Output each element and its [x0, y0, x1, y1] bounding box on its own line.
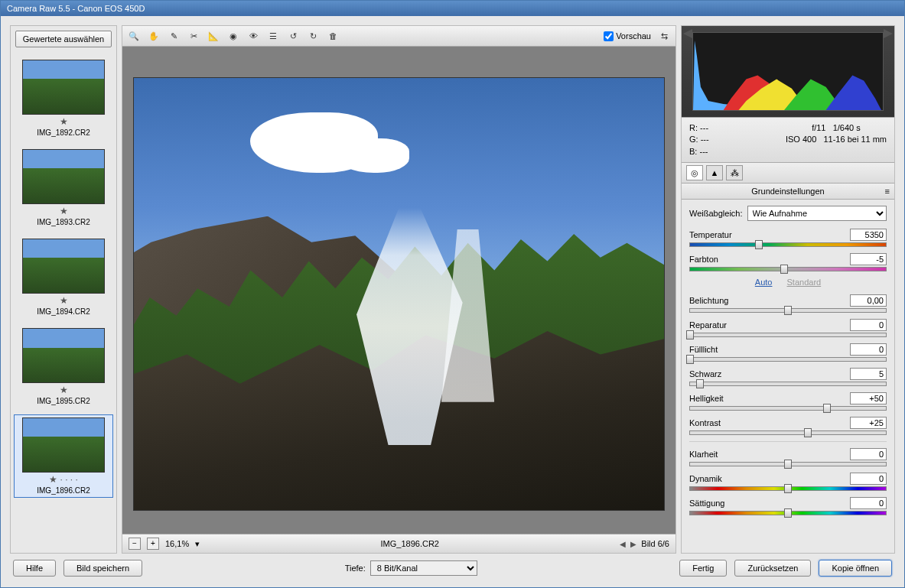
slider-value-input[interactable] [850, 392, 887, 404]
window-title: Camera Raw 5.5 - Canon EOS 450D [7, 4, 145, 13]
preview-checkbox[interactable]: Vorschau [604, 31, 651, 41]
slider-track[interactable] [689, 462, 887, 466]
white-balance-row: Weißabgleich: Wie Aufnahme [689, 206, 887, 221]
thumb-filename: IMG_1892.CR2 [17, 128, 110, 137]
fullscreen-icon[interactable]: ⇆ [657, 29, 671, 43]
histogram[interactable] [682, 26, 894, 118]
slider-track[interactable] [689, 486, 887, 491]
thumb-item[interactable]: ★IMG_1893.CR2 [14, 146, 113, 229]
white-balance-icon[interactable]: ✎ [167, 29, 181, 43]
slider-handle[interactable] [780, 265, 788, 274]
thumb-rating[interactable]: ★ [17, 385, 110, 395]
prev-image-button[interactable]: ◀ [620, 540, 626, 548]
thumb-item[interactable]: ★IMG_1894.CR2 [14, 236, 113, 319]
shadow-clip-icon[interactable] [683, 29, 692, 38]
panel-title: Grundeinstellungen ≡ [682, 184, 894, 200]
highlight-clip-icon[interactable] [884, 29, 893, 38]
slider-belichtung: Belichtung [689, 294, 887, 313]
hand-icon[interactable]: ✋ [147, 29, 161, 43]
filmstrip-thumbs[interactable]: ★IMG_1892.CR2★IMG_1893.CR2★IMG_1894.CR2★… [11, 52, 116, 553]
panel-body: Weißabgleich: Wie Aufnahme TemperaturFar… [682, 200, 894, 553]
rotate-ccw-icon[interactable]: ↺ [286, 29, 300, 43]
zoom-in-button[interactable]: + [147, 538, 159, 550]
thumb-item[interactable]: ★ · · · ·IMG_1896.CR2 [14, 414, 113, 498]
next-image-button[interactable]: ▶ [630, 540, 636, 548]
zoom-dropdown-icon[interactable]: ▾ [195, 539, 200, 549]
slider-track[interactable] [689, 382, 887, 386]
slider-handle[interactable] [804, 428, 812, 437]
slider-track[interactable] [689, 242, 887, 247]
slider-handle[interactable] [755, 240, 763, 249]
slider-handle[interactable] [784, 484, 792, 493]
slider-value-input[interactable] [850, 294, 887, 307]
slider-track[interactable] [689, 267, 887, 271]
slider-value-input[interactable] [850, 497, 887, 509]
slider-handle[interactable] [784, 508, 792, 518]
slider-value-input[interactable] [850, 343, 887, 356]
reset-button[interactable]: Zurücksetzen [734, 560, 811, 577]
preview-check-input[interactable] [604, 31, 614, 41]
slider-label: Reparatur [689, 320, 727, 330]
wb-select[interactable]: Wie Aufnahme [747, 206, 887, 221]
slider-handle[interactable] [686, 330, 694, 339]
zoom-icon[interactable]: 🔍 [127, 29, 141, 43]
slider-value-input[interactable] [850, 473, 887, 485]
crop-icon[interactable]: ✂ [187, 29, 200, 43]
panel-tabs: ◎ ▲ ⁂ [682, 163, 894, 184]
slider-value-input[interactable] [850, 448, 887, 460]
slider-handle[interactable] [823, 404, 831, 413]
toolbar: 🔍 ✋ ✎ ✂ 📐 ◉ 👁 ☰ ↺ ↻ 🗑 Vorschau [122, 26, 675, 47]
auto-link[interactable]: Auto [755, 278, 773, 287]
help-button[interactable]: Hilfe [13, 560, 56, 577]
spot-icon[interactable]: ◉ [226, 29, 240, 43]
slider-track[interactable] [689, 308, 887, 313]
redeye-icon[interactable]: 👁 [246, 29, 260, 43]
thumb-rating[interactable]: ★ [17, 295, 110, 306]
save-image-button[interactable]: Bild speichern [63, 560, 142, 577]
rotate-cw-icon[interactable]: ↻ [306, 29, 320, 43]
depth-select[interactable]: 8 Bit/Kanal [370, 560, 477, 576]
slider-track[interactable] [689, 333, 887, 337]
titlebar: Camera Raw 5.5 - Canon EOS 450D [1, 1, 904, 16]
select-rated-button[interactable]: Gewertete auswählen [15, 31, 112, 47]
preview-area[interactable] [122, 47, 675, 534]
thumb-filename: IMG_1896.CR2 [17, 486, 110, 495]
panel-menu-icon[interactable]: ≡ [885, 187, 890, 196]
slider-track[interactable] [689, 357, 887, 362]
tab-detail[interactable]: ⁂ [726, 165, 743, 180]
slider-value-input[interactable] [850, 368, 887, 380]
slider-handle[interactable] [686, 355, 694, 364]
slider-dynamik: Dynamik [689, 473, 887, 491]
thumb-image [22, 60, 105, 115]
straighten-icon[interactable]: 📐 [207, 29, 220, 43]
thumb-item[interactable]: ★IMG_1895.CR2 [14, 325, 113, 408]
tab-basic[interactable]: ◎ [686, 165, 703, 180]
open-copy-button[interactable]: Kopie öffnen [819, 560, 892, 577]
slider-handle[interactable] [696, 379, 704, 388]
slider-handle[interactable] [784, 460, 792, 469]
thumb-rating[interactable]: ★ [17, 206, 110, 216]
slider-handle[interactable] [784, 306, 792, 315]
slider-value-input[interactable] [850, 253, 887, 265]
thumb-rating[interactable]: ★ [17, 116, 110, 127]
slider-label: Helligkeit [689, 394, 724, 403]
thumb-item[interactable]: ★IMG_1892.CR2 [14, 57, 113, 140]
slider-schwarz: Schwarz [689, 368, 887, 386]
prefs-icon[interactable]: ☰ [266, 29, 280, 43]
zoom-level[interactable]: 16,1% [165, 539, 189, 548]
trash-icon[interactable]: 🗑 [326, 29, 340, 43]
slider-value-input[interactable] [850, 319, 887, 331]
slider-label: Sättigung [689, 499, 724, 508]
slider-saettigung: Sättigung [689, 497, 887, 515]
slider-track[interactable] [689, 511, 887, 515]
slider-track[interactable] [689, 406, 887, 411]
slider-value-input[interactable] [850, 417, 887, 429]
thumb-rating[interactable]: ★ · · · · [17, 474, 110, 485]
thumb-image [22, 149, 105, 204]
zoom-out-button[interactable]: − [129, 538, 141, 550]
standard-link[interactable]: Standard [787, 278, 822, 287]
tab-curve[interactable]: ▲ [706, 165, 723, 180]
slider-track[interactable] [689, 430, 887, 435]
done-button[interactable]: Fertig [679, 560, 727, 577]
slider-value-input[interactable] [850, 229, 887, 241]
